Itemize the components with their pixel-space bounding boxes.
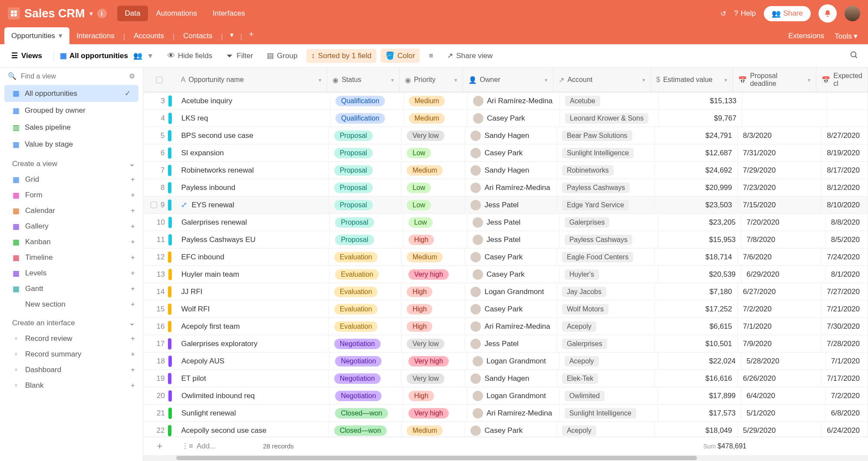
tools-link[interactable]: Tools ▾: [835, 32, 858, 41]
cell-estimated[interactable]: $18,049: [655, 422, 738, 437]
cell-name[interactable]: JJ RFI: [176, 283, 329, 300]
table-row[interactable]: 10 Galerprises renewal Proposal Low Jess…: [143, 214, 868, 231]
cell-account[interactable]: Jay Jacobs: [557, 283, 655, 300]
cell-name[interactable]: Galerprises exploratory: [176, 335, 329, 352]
create-view-item[interactable]: ▦Timeline+: [0, 250, 143, 265]
cell-owner[interactable]: Sandy Hagen: [465, 370, 556, 387]
cell-account[interactable]: Eagle Food Centers: [557, 248, 655, 265]
cell-account[interactable]: Huyler's: [559, 266, 658, 283]
cell-name[interactable]: Acepoly first team: [176, 318, 329, 335]
cell-expected[interactable]: 8/8/2020: [826, 214, 868, 231]
table-row[interactable]: 18 Acepoly AUS Negotiation Very high Log…: [143, 353, 868, 370]
table-row[interactable]: 21 Sunlight renewal Closed—won Very high…: [143, 405, 868, 422]
add-table-button[interactable]: +: [244, 26, 259, 43]
cell-priority[interactable]: High: [401, 301, 465, 317]
sidebar-view-item[interactable]: ▦Value by stage: [4, 136, 138, 153]
cell-expected[interactable]: 8/27/2020: [822, 127, 868, 144]
cell-account[interactable]: Owlimited: [559, 387, 658, 404]
cell-owner[interactable]: Ari Ramírez-Medina: [468, 92, 560, 109]
col-owner[interactable]: 👤Owner▾: [463, 68, 554, 92]
table-row[interactable]: 17 Galerprises exploratory Negotiation V…: [143, 335, 868, 353]
cell-name[interactable]: Sunlight renewal: [176, 405, 330, 422]
cell-priority[interactable]: High: [403, 387, 467, 404]
cell-expected[interactable]: 7/2/2020: [826, 387, 868, 404]
grid-body[interactable]: 3 Acetube inquiry Qualification Medium A…: [143, 92, 868, 437]
cell-owner[interactable]: Casey Park: [465, 301, 556, 317]
cell-priority[interactable]: Medium: [404, 110, 468, 127]
col-expected-close[interactable]: 📅Expected cl: [816, 68, 868, 92]
cell-account[interactable]: Payless Cashways: [559, 231, 658, 248]
cell-expected[interactable]: 8/1/2020: [826, 266, 868, 283]
cell-estimated[interactable]: $10,501: [655, 335, 738, 352]
cell-priority[interactable]: Very high: [403, 266, 467, 283]
user-avatar[interactable]: [845, 6, 860, 21]
create-view-header[interactable]: Create a view⌄: [0, 153, 143, 172]
cell-deadline[interactable]: 6/26/2020: [738, 370, 822, 387]
cell-account[interactable]: Acetube: [560, 92, 659, 109]
cell-estimated[interactable]: $17,899: [658, 387, 741, 404]
cell-account[interactable]: Acepoly: [559, 353, 658, 369]
cell-deadline[interactable]: 6/27/2020: [738, 283, 822, 300]
cell-deadline[interactable]: 7/2/2020: [738, 301, 822, 317]
cell-estimated[interactable]: $20,999: [655, 179, 738, 196]
cell-status[interactable]: Proposal: [330, 214, 403, 231]
cell-owner[interactable]: Casey Park: [465, 422, 556, 437]
cell-priority[interactable]: High: [401, 283, 465, 300]
col-estimated-value[interactable]: $Estimated value▾: [651, 68, 733, 92]
cell-status[interactable]: Negotiation: [330, 387, 403, 404]
table-row[interactable]: 15 Wolf RFI Evaluation High Casey Park W…: [143, 301, 868, 318]
cell-priority[interactable]: Low: [401, 196, 465, 213]
create-view-item[interactable]: ▦Grid+: [0, 172, 143, 187]
cell-expected[interactable]: 6/24/2020: [822, 422, 868, 437]
create-interface-item[interactable]: ▫Blank+: [0, 378, 143, 393]
create-view-item[interactable]: ▦Gallery+: [0, 219, 143, 234]
select-all[interactable]: [143, 68, 176, 92]
gear-icon[interactable]: ⚙: [129, 72, 135, 80]
cell-estimated[interactable]: $24,692: [655, 162, 738, 179]
cell-name[interactable]: Huyler main team: [176, 266, 330, 283]
cell-deadline[interactable]: [742, 92, 827, 109]
table-tab-accounts[interactable]: Accounts: [127, 28, 171, 44]
cell-status[interactable]: Evaluation: [329, 283, 402, 300]
cell-estimated[interactable]: $17,252: [655, 301, 738, 317]
cell-estimated[interactable]: $20,539: [658, 266, 741, 283]
tab-interfaces[interactable]: Interfaces: [205, 6, 253, 21]
sidebar-view-item[interactable]: ▦Grouped by owner: [4, 102, 138, 119]
cell-status[interactable]: Proposal: [329, 127, 402, 144]
table-tab-contacts[interactable]: Contacts: [176, 28, 219, 44]
cell-deadline[interactable]: 7/23/2020: [738, 179, 822, 196]
sum-display[interactable]: Sum$478,691: [703, 442, 868, 450]
cell-owner[interactable]: Ari Ramírez-Medina: [465, 318, 556, 335]
cell-expected[interactable]: [827, 110, 868, 127]
cell-priority[interactable]: Very low: [401, 370, 465, 387]
cell-estimated[interactable]: $15,953: [658, 231, 741, 248]
table-row[interactable]: 19 ET pilot Negotiation Very low Sandy H…: [143, 370, 868, 387]
cell-deadline[interactable]: 5/1/2020: [741, 405, 826, 422]
col-opportunity-name[interactable]: AOpportunity name▾: [176, 68, 327, 92]
cell-name[interactable]: BPS second use case: [176, 127, 329, 144]
sidebar-view-item[interactable]: ▥Sales pipeline: [4, 119, 138, 136]
cell-status[interactable]: Proposal: [330, 231, 403, 248]
notifications-button[interactable]: [819, 4, 837, 23]
cell-owner[interactable]: Casey Park: [465, 144, 556, 161]
cell-owner[interactable]: Jess Patel: [467, 214, 559, 231]
cell-estimated[interactable]: $22,024: [658, 353, 741, 369]
row-height-button[interactable]: ≡: [424, 49, 438, 63]
search-button[interactable]: [846, 47, 862, 65]
cell-owner[interactable]: Jess Patel: [467, 231, 559, 248]
cell-status[interactable]: Evaluation: [330, 266, 403, 283]
cell-expected[interactable]: 7/21/2020: [822, 301, 868, 317]
cell-owner[interactable]: Casey Park: [465, 248, 556, 265]
cell-priority[interactable]: Low: [401, 144, 465, 161]
cell-account[interactable]: Galerprises: [557, 335, 655, 352]
group-button[interactable]: ▤Group: [262, 49, 302, 63]
cell-name[interactable]: Payless inbound: [176, 179, 329, 196]
cell-status[interactable]: Proposal: [329, 196, 402, 213]
cell-status[interactable]: Evaluation: [329, 248, 402, 265]
chevron-down-icon[interactable]: ▾: [89, 10, 93, 18]
create-view-item[interactable]: ▦Levels+: [0, 265, 143, 281]
cell-name[interactable]: ET pilot: [176, 370, 329, 387]
expand-icon[interactable]: ⤢: [181, 200, 187, 209]
cell-account[interactable]: Acepoly: [557, 422, 655, 437]
cell-name[interactable]: SI expansion: [176, 144, 329, 161]
